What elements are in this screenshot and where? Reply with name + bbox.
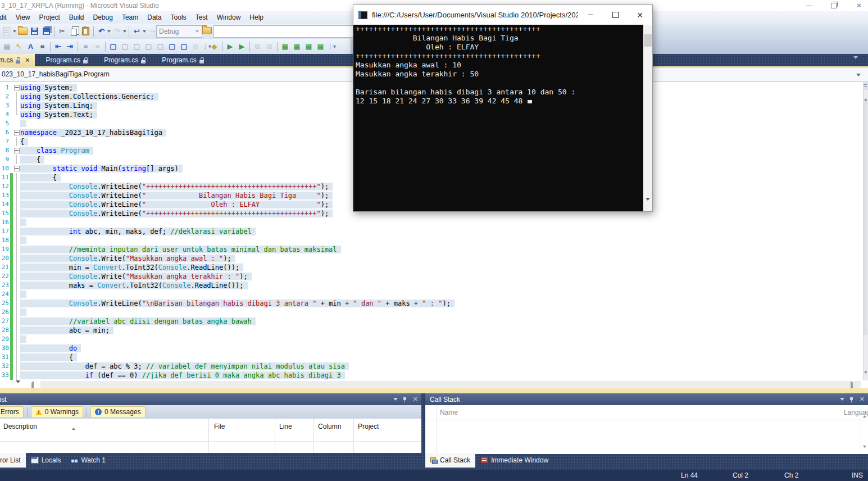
editor-horizontal-scrollbar[interactable] [40, 381, 861, 388]
save-all-button[interactable] [41, 26, 52, 37]
copy-button[interactable] [69, 26, 79, 37]
preview-data-button[interactable]: ⧉ [252, 41, 263, 52]
decrease-indent-button[interactable]: ⇤ [53, 41, 63, 52]
scroll-down-icon[interactable] [646, 201, 650, 208]
toggle-bookmark-button[interactable]: ▢ [108, 41, 119, 52]
paste-button[interactable] [80, 26, 91, 37]
column-header-description[interactable]: Description [3, 423, 37, 430]
menu-view[interactable]: View [11, 11, 35, 24]
window-position-icon[interactable] [840, 398, 844, 401]
tool-tab-immediate-window[interactable]: Immediate Window [475, 453, 553, 468]
solution-configuration-combo[interactable]: Debug [156, 25, 202, 38]
menu-project[interactable]: Project [34, 11, 64, 24]
uppercase-button[interactable]: A [25, 41, 36, 52]
toolbar-overflow-icon[interactable]: ⋮▾ [328, 42, 332, 52]
add-view-button[interactable]: ▦ [292, 41, 302, 52]
code-line[interactable]: 29 [0, 335, 455, 344]
console-window[interactable]: file:///C:/Users/User/Documents/Visual S… [353, 4, 653, 212]
next-bookmark-button[interactable]: ▢ [131, 41, 142, 52]
window-position-icon[interactable] [393, 398, 398, 401]
scrollbar-thumb[interactable] [864, 99, 867, 335]
code-line[interactable]: 16 [0, 218, 455, 227]
insert-snippet-button[interactable]: ▤ [2, 41, 12, 52]
tab-list-dropdown[interactable] [853, 59, 858, 67]
restore-button[interactable] [825, 1, 843, 10]
code-line[interactable]: 28 abc = min; [0, 326, 455, 335]
menu-tools[interactable]: Tools [166, 11, 191, 24]
close-icon[interactable]: ✕ [25, 57, 30, 63]
column-header-name[interactable]: Name [440, 409, 458, 416]
next-bookmark-folder-button[interactable]: ▢ [155, 41, 166, 52]
redo-button[interactable]: ↷ [112, 26, 122, 37]
new-task-button[interactable]: ◆ [209, 41, 220, 52]
document-tab-2[interactable]: Program.cs [42, 54, 93, 66]
uncomment-button[interactable]: ≡ [92, 41, 103, 52]
search-input[interactable] [213, 25, 353, 38]
menu-data[interactable]: Data [143, 11, 166, 24]
code-line[interactable]: 18 [0, 236, 455, 245]
preview-data-alt-button[interactable]: ⧉ [264, 41, 275, 52]
fold-marker[interactable] [13, 128, 20, 137]
tool-tab-call-stack[interactable]: Call Stack [425, 453, 475, 468]
auto-hide-pin-icon[interactable] [849, 397, 855, 402]
code-line[interactable]: 33 if (def == 0) //jika def berisi 0 mak… [0, 371, 455, 380]
console-output[interactable]: ++++++++++++++++++++++++++++++++++++++++… [353, 25, 643, 211]
menu-window[interactable]: Window [212, 11, 246, 24]
document-tab-3[interactable]: Program.cs [99, 54, 151, 66]
code-line[interactable]: 32 def = abc % 3; // variabel def menyim… [0, 362, 455, 371]
scrollbar-thumb[interactable] [644, 34, 652, 47]
tool-tab-watch-1[interactable]: Watch 1 [66, 453, 111, 468]
fold-marker[interactable] [13, 146, 20, 155]
console-title-bar[interactable]: file:///C:/Users/User/Documents/Visual S… [353, 5, 652, 25]
navigate-backward-button[interactable]: ↩ [131, 26, 142, 37]
editor-split-handle[interactable] [863, 82, 868, 89]
code-line[interactable]: 23 maks = Convert.ToInt32(Console.ReadLi… [0, 281, 455, 290]
console-minimize-button[interactable] [578, 5, 603, 25]
prev-bookmark-doc-button[interactable]: ▢ [167, 41, 178, 52]
cut-button[interactable]: ✂ [57, 26, 67, 37]
call-stack-table[interactable]: NameLanguage [425, 405, 868, 454]
prev-bookmark-button[interactable]: ▢ [120, 41, 130, 52]
column-header-language[interactable]: Language [844, 409, 868, 416]
fold-marker[interactable] [13, 164, 20, 173]
next-bookmark-doc-button[interactable]: ▢ [179, 41, 189, 52]
menu-help[interactable]: Help [245, 11, 268, 24]
close-button[interactable]: ✕ [850, 1, 868, 10]
comment-button[interactable]: ≡ [80, 41, 91, 52]
menu-team[interactable]: Team [117, 11, 143, 24]
close-icon[interactable]: ✕ [413, 396, 418, 402]
call-stack-title-bar[interactable]: Call Stack ✕ [425, 393, 868, 405]
menu-edit[interactable]: Edit [0, 11, 11, 24]
error-list-title-bar[interactable]: Error List ✕ [0, 393, 421, 405]
column-header-file[interactable]: File [214, 423, 225, 430]
tool-tab-error-list[interactable]: Error List [0, 453, 26, 468]
code-line[interactable]: 21 min = Convert.ToInt32(Console.ReadLin… [0, 263, 455, 272]
code-line[interactable]: 25 Console.WriteLine("\nBarisan bilangan… [0, 299, 455, 308]
document-tab-4[interactable]: Program.cs [157, 54, 208, 66]
run-all-queries-button[interactable]: ▶ [237, 41, 247, 52]
tool-tab-locals[interactable]: Locals [26, 453, 66, 468]
code-line[interactable]: 31 { [0, 353, 455, 362]
warning-filter-button[interactable]: 0 Warnings [31, 406, 83, 418]
menu-debug[interactable]: Debug [89, 11, 117, 24]
auto-hide-pin-icon[interactable] [403, 397, 408, 402]
error-list-table[interactable]: DescriptionFileLineColumnProject [0, 419, 421, 453]
increase-indent-button[interactable]: ⇥ [65, 41, 75, 52]
add-column-button[interactable]: ▦ [303, 41, 314, 52]
display-structure-button[interactable]: ≡ [37, 41, 48, 52]
code-line[interactable]: 24 [0, 290, 455, 299]
menu-build[interactable]: Build [65, 11, 89, 24]
console-scrollbar[interactable] [643, 25, 652, 211]
column-header-project[interactable]: Project [358, 423, 379, 430]
new-item-button[interactable] [2, 26, 12, 37]
info-filter-button[interactable]: i0 Messages [90, 406, 146, 418]
panel-splitter[interactable] [0, 388, 868, 393]
table-relationships-button[interactable]: ▦ [315, 41, 326, 52]
code-line[interactable]: 30 do [0, 344, 455, 353]
minimize-button[interactable] [800, 1, 818, 10]
document-tab-1[interactable]: Program.cs✕ [0, 54, 35, 66]
console-close-button[interactable]: ✕ [628, 5, 652, 25]
prev-bookmark-folder-button[interactable]: ▢ [143, 41, 154, 52]
code-line[interactable]: 27 //variabel abc diisi dengan batas ang… [0, 317, 455, 326]
code-line[interactable]: 22 Console.Write("Masukkan angka terakhi… [0, 272, 455, 281]
